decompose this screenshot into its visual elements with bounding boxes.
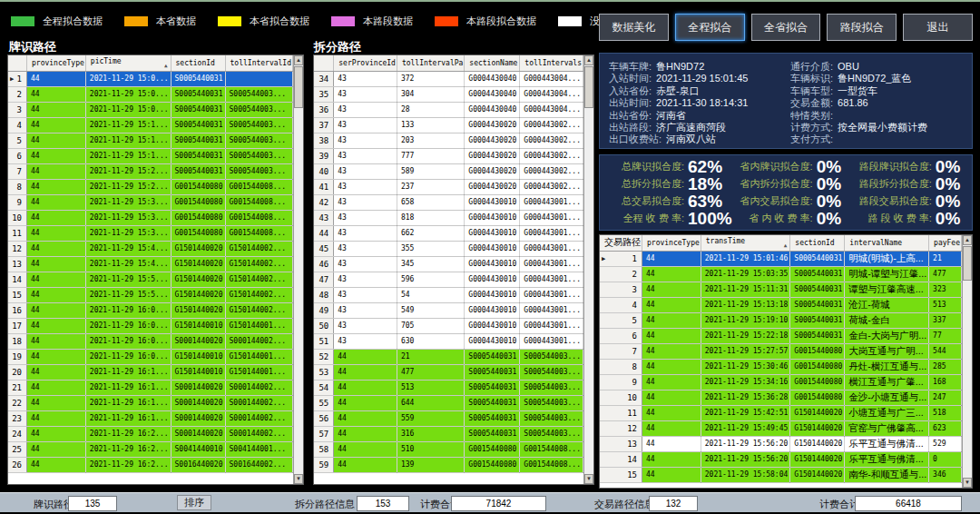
scroll-down-arrow[interactable]: ▼	[584, 474, 593, 484]
province-fit-button[interactable]: 全省拟合	[751, 14, 821, 41]
table-row[interactable]: 4743596G0004430010G000443001...	[314, 272, 583, 287]
table-row[interactable]: 7442021-11-29 15:27:57G0015440080大岗互通与广明…	[600, 343, 962, 359]
table-row[interactable]: 10442021-11-29 15:3...G0015440080G001544…	[8, 210, 293, 225]
table-row[interactable]: 23442021-11-29 16:1...S0001440020S000144…	[8, 410, 293, 426]
table-row[interactable]: 5544644S0005440031S000544003...	[314, 395, 583, 410]
column-header[interactable]: sectionId	[171, 55, 225, 71]
column-header[interactable]: sectionName	[465, 55, 520, 71]
table-row[interactable]: 18442021-11-29 16:0...S0001440020S000144…	[8, 333, 293, 349]
scroll-up-arrow[interactable]: ▲	[584, 55, 593, 65]
table-row[interactable]: 4443662G0004430010G000443001...	[314, 225, 583, 241]
table-row[interactable]: 15442021-11-29 15:58:04G1501440020南华-和顺互…	[600, 467, 962, 482]
column-header[interactable]: sectionId	[790, 235, 845, 251]
full-route-fit-button[interactable]: 全程拟合	[675, 14, 745, 41]
scroll-up-arrow[interactable]: ▲	[963, 235, 972, 245]
table-row[interactable]: 3543304G0004430040G000443004...	[314, 86, 583, 102]
column-header[interactable]: picTime▲	[85, 55, 171, 71]
table-row[interactable]: 14442021-11-29 15:5...G1501440020G150144…	[8, 272, 293, 287]
table-row[interactable]: 5043705G0004430010G000443001...	[314, 318, 583, 333]
table-row[interactable]: 12442021-11-29 15:49:45G1501440020官窑与广佛肇…	[600, 420, 962, 436]
table-row[interactable]: 10442021-11-29 15:36:28G0015440080金沙-小塘互…	[600, 390, 962, 405]
column-header[interactable]: provinceType	[642, 235, 701, 251]
table-row[interactable]: 12442021-11-29 15:4...G1501440020G150144…	[8, 241, 293, 256]
table-row[interactable]: 15442021-11-29 15:5...G1501440020G150144…	[8, 287, 293, 302]
table-row[interactable]: 11442021-11-29 15:3...G0015440080G001544…	[8, 225, 293, 241]
scroll-down-arrow[interactable]: ▼	[294, 474, 303, 484]
table-row[interactable]: 21442021-11-29 16:1...S0001440020S000144…	[8, 380, 293, 395]
column-header[interactable]: intervalName	[845, 235, 929, 251]
plate-count-input[interactable]	[68, 496, 117, 511]
column-header[interactable]: tollIntervals	[520, 55, 583, 71]
table-row[interactable]: 4442021-11-29 15:1...S0005440031S0005440…	[8, 117, 293, 133]
scrollbar-thumb[interactable]	[294, 66, 303, 108]
table-row[interactable]: 9442021-11-29 15:3...G0015440080G0015440…	[8, 194, 293, 210]
table-row[interactable]: 5844510G0015440080G001544008...	[314, 441, 583, 457]
table-row[interactable]: 5644559S0005440031S000544003...	[314, 410, 583, 426]
table-row[interactable]: 8442021-11-29 15:30:46G0015440080丹灶-横江互通…	[600, 359, 962, 374]
table-row[interactable]: 24442021-11-29 16:2...S0001440020S000144…	[8, 426, 293, 441]
exit-button[interactable]: 退出	[903, 14, 973, 41]
column-header[interactable]: provinceType	[27, 55, 86, 71]
table-row[interactable]: 5444513S0005440031S000544003...	[314, 380, 583, 395]
table-row[interactable]: 4442021-11-29 15:13:18S0005440031沧江-荷城51…	[600, 297, 962, 312]
table-row[interactable]: 5344477S0005440031S000544003...	[314, 364, 583, 380]
table-row[interactable]: 26442021-11-29 16:2...S0016440020S001644…	[8, 457, 293, 472]
scroll-down-arrow[interactable]: ▼	[963, 478, 972, 488]
table-row[interactable]: 5442021-11-29 15:1...S0005440031S0005440…	[8, 133, 293, 148]
table-row[interactable]: 4043589G0004430020G000443002...	[314, 163, 583, 179]
vertical-scrollbar[interactable]: ▲ ▼	[583, 55, 593, 484]
table-row[interactable]: ▶1442021-11-29 15:01:46S0005440031明城(明城)…	[600, 251, 962, 266]
table-row[interactable]: 6442021-11-29 15:1...S0005440031S0005440…	[8, 148, 293, 163]
table-row[interactable]: 17442021-11-29 16:0...G1501440010G150144…	[8, 318, 293, 333]
data-beautify-button[interactable]: 数据美化	[599, 14, 669, 41]
table-row[interactable]: 5143630G0004430010G000443001...	[314, 333, 583, 349]
table-row[interactable]: 8442021-11-29 15:2...G0015440080G0015440…	[8, 179, 293, 194]
table-row[interactable]: 3743133G0004430020G000443002...	[314, 117, 583, 133]
vertical-scrollbar[interactable]: ▲ ▼	[962, 235, 972, 488]
table-row[interactable]: 484354G0004430010G000443001...	[314, 287, 583, 302]
column-header[interactable]: payFee	[929, 235, 962, 251]
trans-count-input[interactable]	[649, 496, 698, 511]
scrollbar-thumb[interactable]	[584, 66, 593, 108]
sort-button[interactable]: 排序	[177, 495, 211, 510]
table-row[interactable]: 3442021-11-29 15:0...S0005440031S0005440…	[8, 102, 293, 117]
split-count-input[interactable]	[357, 496, 409, 511]
table-row[interactable]: 13442021-11-29 15:4...G1501440020G150144…	[8, 256, 293, 272]
trans-total-input[interactable]	[855, 496, 962, 511]
scrollbar-thumb[interactable]	[963, 246, 972, 281]
row-number-header[interactable]	[8, 55, 27, 71]
table-row[interactable]: 6442021-11-29 15:22:18S0005440031金白-大岗与广…	[600, 328, 962, 343]
split-total-input[interactable]	[451, 496, 546, 511]
row-number-header[interactable]: 交易路径	[600, 235, 642, 251]
table-row[interactable]: ▶1442021-11-29 15:0...S0005440031	[8, 71, 293, 86]
column-header[interactable]: tollIntervalPa	[397, 55, 464, 71]
table-row[interactable]: 3442021-11-29 15:11:31S0005440031谭塱与江肇高速…	[600, 282, 962, 297]
table-row[interactable]: 4343818G0004430010G000443001...	[314, 210, 583, 225]
table-row[interactable]: 524421S0005440031S000544003...	[314, 349, 583, 364]
table-row[interactable]: 13442021-11-29 15:56:20G1501440020乐平互通与佛…	[600, 436, 962, 451]
scroll-up-arrow[interactable]: ▲	[294, 55, 303, 65]
column-header[interactable]: tollIntervalId	[225, 55, 292, 71]
table-row[interactable]: 4943549G0004430010G000443001...	[314, 302, 583, 318]
table-row[interactable]: 3843203G0004430020G000443002...	[314, 133, 583, 148]
table-row[interactable]: 19442021-11-29 16:0...G1501440010G150144…	[8, 349, 293, 364]
table-row[interactable]: 16442021-11-29 16:0...G1501440020G150144…	[8, 302, 293, 318]
section-fit-button[interactable]: 路段拟合	[827, 14, 897, 41]
column-header[interactable]: transTime▲	[701, 235, 790, 251]
column-header[interactable]: serProvinceId	[334, 55, 397, 71]
table-row[interactable]: 9442021-11-29 15:34:16G0015440080横江互通与广肇…	[600, 374, 962, 390]
table-row[interactable]: 4543355G0004430010G000443001...	[314, 241, 583, 256]
table-row[interactable]: 4143237G0004430020G000443002...	[314, 179, 583, 194]
table-row[interactable]: 364328G0004430040G000443004...	[314, 102, 583, 117]
table-row[interactable]: 3443372G0004430040G000443004...	[314, 71, 583, 86]
table-row[interactable]: 3943777G0004430020G000443002...	[314, 148, 583, 163]
table-row[interactable]: 2442021-11-29 15:03:35S0005440031明城-谭塱与江…	[600, 266, 962, 282]
table-row[interactable]: 5442021-11-29 15:19:10S0005440031荷城-金白33…	[600, 312, 962, 328]
table-row[interactable]: 25442021-11-29 16:2...S0041440010S004144…	[8, 441, 293, 457]
table-row[interactable]: 7442021-11-29 15:2...S0005440031S0005440…	[8, 163, 293, 179]
table-row[interactable]: 11442021-11-29 15:42:51G1501440020小塘互通与广…	[600, 405, 962, 420]
row-number-header[interactable]	[314, 55, 334, 71]
table-row[interactable]: 5744316S0005440031S000544003...	[314, 426, 583, 441]
table-row[interactable]: 22442021-11-29 16:1...S0001440020S000144…	[8, 395, 293, 410]
table-row[interactable]: 14442021-11-29 15:56:20G1501440020乐平互通与佛…	[600, 451, 962, 467]
